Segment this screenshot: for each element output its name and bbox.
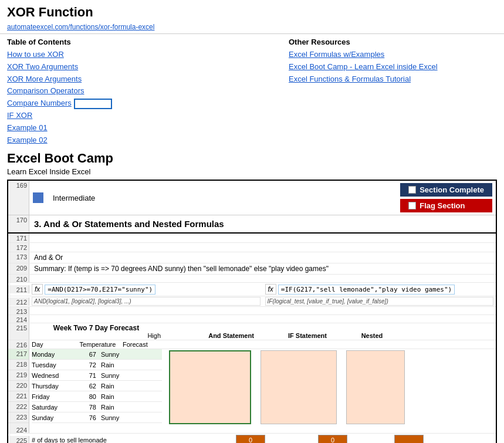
and-chart	[169, 350, 251, 424]
flag-section-checkbox[interactable]	[408, 202, 416, 209]
table-and-charts: 217 218 219 220 221 222 223 Monday 67 Su…	[8, 349, 496, 425]
toc-link-3[interactable]: Comparison Operators	[7, 85, 289, 97]
if-chart	[261, 350, 337, 424]
page-title: XOR Function	[7, 5, 497, 20]
row-num-216: 216	[8, 340, 29, 349]
table-row-thu: Thursday 62 Rain	[32, 381, 162, 391]
row-num-213: 213	[8, 307, 29, 315]
toc-section: Table of Contents How to use XOR XOR Two…	[7, 38, 497, 146]
days-value-1[interactable]: 0	[236, 435, 265, 443]
temp-wed: 71	[73, 372, 96, 379]
resource-link-0[interactable]: Excel Formulas w/Examples	[289, 49, 497, 61]
row-209: 209 Summary: If (temp is => 70 degrees A…	[8, 263, 496, 275]
if-chart-label: IF Statement	[278, 332, 337, 339]
forecast-sat: Rain	[101, 404, 114, 411]
row-211: 211 fx =AND(D217>=70,E217="sunny") fx =I…	[8, 283, 496, 296]
summary-text: Summary: If (temp is => 70 degrees AND s…	[34, 265, 329, 273]
embed-header-row: 169 Intermediate Section Complete Flag S…	[8, 181, 496, 215]
toc-link-5[interactable]: IF XOR	[7, 110, 289, 122]
main-content: Table of Contents How to use XOR XOR Two…	[0, 34, 504, 443]
section-btns: Section Complete Flag Section	[400, 183, 492, 212]
high-label: High	[32, 332, 161, 339]
excel-embed: 169 Intermediate Section Complete Flag S…	[7, 180, 497, 443]
row-num-212: 212	[8, 297, 29, 306]
row-210: 210	[8, 275, 496, 283]
fx-label-1: fx	[32, 284, 43, 295]
row-212: 212 AND(logical1, [logical2], [logical3]…	[8, 296, 496, 307]
nested-chart-visual	[346, 350, 405, 424]
col-day: Day	[32, 341, 73, 348]
row-173: 173 And & Or	[8, 252, 496, 263]
and-chart-visual	[169, 350, 251, 424]
other-resources-label: Other Resources	[289, 38, 497, 46]
formula-1: =AND(D217>=70,E217="sunny")	[45, 285, 155, 295]
row-num-225: 225	[8, 436, 29, 443]
forecast-tue: Rain	[101, 361, 114, 368]
row-215: 215 Week Two 7 Day Forecast High And Sta…	[8, 323, 496, 340]
temp-fri: 80	[73, 393, 96, 400]
table-row-mon: Monday 67 Sunny	[32, 349, 162, 360]
row-num-221-box: 221	[8, 391, 29, 402]
resource-link-1[interactable]: Excel Boot Camp - Learn Excel inside Exc…	[289, 61, 497, 73]
forecast-sun: Sunny	[101, 414, 119, 421]
day-thu: Thursday	[32, 383, 73, 390]
days-label: # of days to sell lemonade	[32, 437, 196, 443]
table-row-wed: Wednesd 71 Sunny	[32, 370, 162, 381]
table-row-sat: Saturday 78 Rain	[32, 402, 162, 412]
nested-chart	[346, 350, 405, 424]
toc-link-4[interactable]: Compare Numbers	[7, 97, 72, 110]
table-data: Monday 67 Sunny Tuesday 72 Rain Wednesd …	[29, 349, 164, 425]
selected-cell	[74, 99, 112, 109]
day-mon: Monday	[32, 351, 73, 358]
row-num-222-box: 222	[8, 402, 29, 412]
temp-tue: 72	[73, 361, 96, 368]
temp-thu: 62	[73, 383, 96, 390]
row-171: 171	[8, 234, 496, 243]
formula-hint-2: IF(logical_test, [value_if_true], [value…	[268, 298, 388, 305]
chapter-title: 3. And & Or Statements and Nested Formul…	[34, 219, 224, 229]
row-numbers-col: 217 218 219 220 221 222 223	[8, 349, 29, 425]
row-225: 225 # of days to sell lemonade 0 0	[8, 434, 496, 443]
row-num-171: 171	[8, 234, 29, 242]
col-temp: Temperature	[73, 341, 123, 348]
toc-label: Table of Contents	[7, 38, 289, 46]
row-216: 216 Day Temperature Forecast	[8, 340, 496, 349]
row-num-223-box: 223	[8, 412, 29, 423]
row-num-220-box: 220	[8, 381, 29, 391]
row-num-173: 173	[8, 252, 29, 263]
row-num-218-box: 218	[8, 360, 29, 370]
forecast-wed: Sunny	[101, 372, 119, 379]
col-forecast: Forecast	[123, 341, 161, 348]
days-value-3[interactable]	[394, 435, 424, 443]
forecast-thu: Rain	[101, 383, 114, 390]
if-chart-visual	[261, 350, 337, 424]
toc-link-1[interactable]: XOR Two Arguments	[7, 61, 289, 73]
table-title: Week Two 7 Day Forecast	[32, 324, 161, 332]
resource-link-2[interactable]: Excel Functions & Formulas Tutorial	[289, 73, 497, 86]
day-tue: Tuesday	[32, 361, 73, 368]
page-url-link[interactable]: automateexcel.com/functions/xor-formula-…	[7, 23, 154, 31]
row-num-172: 172	[8, 243, 29, 252]
section-complete-checkbox[interactable]	[408, 186, 416, 194]
row-num-169: 169	[8, 181, 29, 215]
and-chart-label: And Statement	[196, 332, 266, 339]
toc-link-0[interactable]: How to use XOR	[7, 49, 289, 61]
table-row-tue: Tuesday 72 Rain	[32, 360, 162, 370]
and-or-label: And & Or	[34, 253, 63, 262]
row-224: 224	[8, 425, 496, 434]
temp-sun: 76	[73, 414, 96, 421]
toc-link-2[interactable]: XOR More Arguments	[7, 73, 289, 86]
section-complete-button[interactable]: Section Complete	[400, 183, 492, 197]
toc-left: Table of Contents How to use XOR XOR Two…	[7, 38, 289, 146]
day-wed: Wednesd	[32, 372, 73, 379]
toc-link-6[interactable]: Example 01	[7, 122, 289, 134]
days-value-2[interactable]: 0	[318, 435, 347, 443]
flag-section-button[interactable]: Flag Section	[400, 199, 492, 212]
charts-container	[164, 349, 496, 425]
day-sun: Sunday	[32, 414, 73, 421]
toc-link-7[interactable]: Example 02	[7, 134, 289, 147]
row-num-224: 224	[8, 425, 29, 433]
row-num-217-box: 217	[8, 349, 29, 360]
formula-hint-1: AND(logical1, [logical2], [logical3], ..…	[34, 298, 131, 305]
row-num-215: 215	[8, 323, 29, 340]
